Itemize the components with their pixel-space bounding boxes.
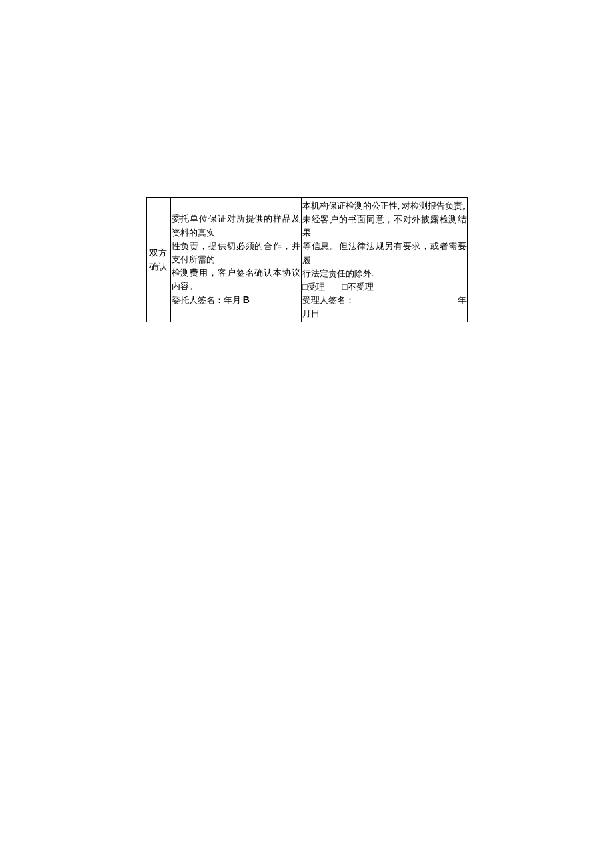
acceptor-signature-label: 受理人签名： [302,295,354,305]
acceptance-checkboxes[interactable]: □受理 □不受理 [302,280,467,294]
label-text: 双方 [149,246,169,260]
acceptor-signature-line: 受理人签名：年 [302,294,467,307]
row-label-cell: 双方 确认 [147,198,171,322]
text-line: 检测费用，客户签名确认本协议内容。 [172,266,300,293]
entrust-signature-line: 委托人签名：年月 B [172,293,300,308]
text-line: 等信息。但法律法规另有要求，或者需要履 [302,240,467,266]
entrusting-party-cell: 委托单位保证对所提供的样品及资料的真实 性负责，提供切必须的合作，并支付所需的 … [170,198,301,322]
text-line: 委托单位保证对所提供的样品及资料的真实 [172,212,300,239]
table-row: 双方 确认 委托单位保证对所提供的样品及资料的真实 性负责，提供切必须的合作，并… [147,198,468,322]
institution-cell: 本机构保证检测的公正性, 对检测报告负责, 未经客户的书面同意，不对外披露检测结… [301,198,467,322]
table: 双方 确认 委托单位保证对所提供的样品及资料的真实 性负责，提供切必须的合作，并… [146,197,468,322]
signature-prefix: 委托人签名：年月 [172,295,243,305]
label-text: 确认 [149,260,169,274]
confirmation-table: 双方 确认 委托单位保证对所提供的样品及资料的真实 性负责，提供切必须的合作，并… [146,197,468,322]
year-label: 年 [354,294,467,307]
month-day-label: 月日 [302,307,467,320]
text-line: 本机构保证检测的公正性, 对检测报告负责, [302,199,467,213]
text-line: 性负责，提供切必须的合作，并支付所需的 [172,240,300,266]
text-line: 未经客户的书面同意，不对外披露检测结果 [302,213,467,240]
code-b: B [243,294,250,305]
text-line: 行法定责任的除外. [302,267,467,280]
